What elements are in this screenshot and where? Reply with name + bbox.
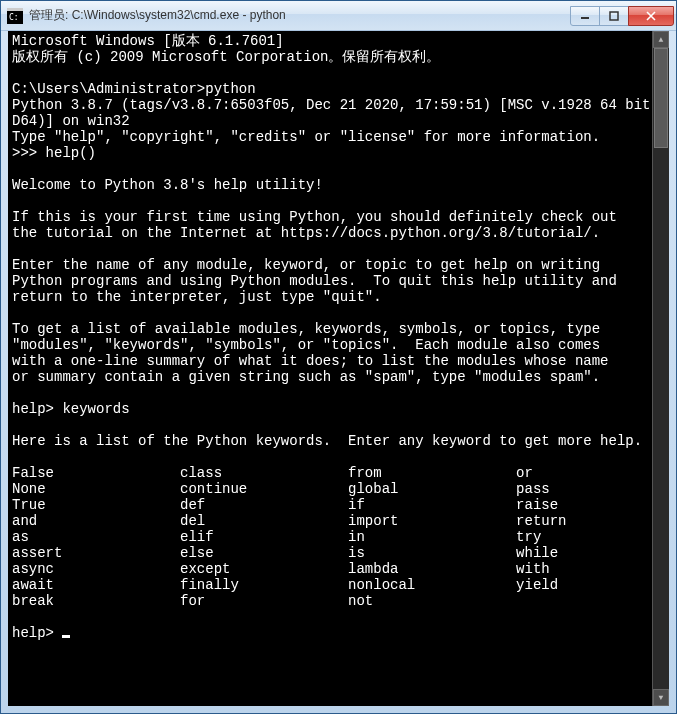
terminal-line [12,449,665,465]
terminal-line [12,65,665,81]
terminal-line: "modules", "keywords", "symbols", or "to… [12,337,665,353]
cmd-icon: C: [7,8,23,24]
terminal-line [12,241,665,257]
window-controls [571,6,674,26]
keyword-row: False class from or [12,465,665,481]
terminal-line: with a one-line summary of what it does;… [12,353,665,369]
terminal-line: Here is a list of the Python keywords. E… [12,433,665,449]
scroll-track[interactable] [653,48,669,689]
terminal-line: D64)] on win32 [12,113,665,129]
prompt-text: help> [12,625,62,641]
terminal-line: Type "help", "copyright", "credits" or "… [12,129,665,145]
terminal-line: Python 3.8.7 (tags/v3.8.7:6503f05, Dec 2… [12,97,665,113]
terminal-line: return to the interpreter, just type "qu… [12,289,665,305]
terminal-line [12,161,665,177]
terminal-content: Microsoft Windows [版本 6.1.7601]版权所有 (c) … [12,33,665,641]
terminal-line: 版权所有 (c) 2009 Microsoft Corporation。保留所有… [12,49,665,65]
keyword-row: break for not [12,593,665,609]
minimize-button[interactable] [570,6,600,26]
keyword-row: assert else is while [12,545,665,561]
scroll-down-button[interactable]: ▼ [653,689,669,706]
keyword-row: and del import return [12,513,665,529]
window-title: 管理员: C:\Windows\system32\cmd.exe - pytho… [29,7,571,24]
terminal-line: the tutorial on the Internet at https://… [12,225,665,241]
terminal-line: Welcome to Python 3.8's help utility! [12,177,665,193]
terminal-line: Microsoft Windows [版本 6.1.7601] [12,33,665,49]
terminal-line: >>> help() [12,145,665,161]
keyword-row: True def if raise [12,497,665,513]
cmd-window: C: 管理员: C:\Windows\system32\cmd.exe - py… [0,0,677,714]
svg-rect-4 [610,12,618,20]
terminal-line: Enter the name of any module, keyword, o… [12,257,665,273]
scroll-up-button[interactable]: ▲ [653,31,669,48]
keyword-row: None continue global pass [12,481,665,497]
keyword-row: async except lambda with [12,561,665,577]
close-button[interactable] [628,6,674,26]
terminal-line [12,417,665,433]
terminal-line: To get a list of available modules, keyw… [12,321,665,337]
terminal-line [12,193,665,209]
terminal-line: C:\Users\Administrator>python [12,81,665,97]
vertical-scrollbar[interactable]: ▲ ▼ [652,31,669,706]
titlebar[interactable]: C: 管理员: C:\Windows\system32\cmd.exe - py… [1,1,676,31]
svg-rect-3 [581,17,589,19]
terminal-line: help> keywords [12,401,665,417]
cursor [62,635,70,638]
terminal-line: Python programs and using Python modules… [12,273,665,289]
terminal-line [12,305,665,321]
svg-rect-1 [7,8,23,11]
scroll-thumb[interactable] [654,48,668,148]
help-prompt[interactable]: help> [12,625,665,641]
maximize-button[interactable] [599,6,629,26]
terminal-line [12,385,665,401]
terminal-area[interactable]: Microsoft Windows [版本 6.1.7601]版权所有 (c) … [8,31,669,706]
keyword-row: await finally nonlocal yield [12,577,665,593]
svg-text:C:: C: [9,13,19,22]
terminal-line [12,609,665,625]
terminal-line: If this is your first time using Python,… [12,209,665,225]
keyword-row: as elif in try [12,529,665,545]
terminal-line: or summary contain a given string such a… [12,369,665,385]
